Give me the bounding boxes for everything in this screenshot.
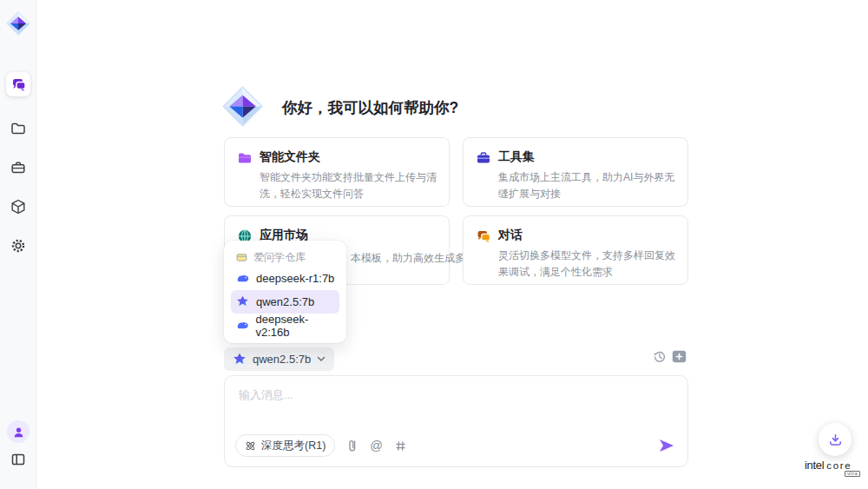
intel-wordmark: intel: [805, 459, 824, 472]
send-arrow-icon: [658, 439, 675, 453]
cube-icon: [10, 199, 26, 215]
card-toolset[interactable]: 工具集 集成市场上主流工具，助力AI与外界无缝扩展与对接: [463, 137, 688, 207]
ultra-badge: ultra: [845, 471, 860, 477]
prompt-library-button[interactable]: [394, 439, 407, 453]
sidebar-item-chat[interactable]: [6, 72, 30, 96]
briefcase-icon: [10, 160, 26, 175]
model-dropdown: 爱问学仓库 deepseek-r1:7b qwen2.5:7b d: [224, 241, 346, 343]
model-option-deepseek-v2[interactable]: deepseek-v2:16b: [231, 314, 339, 337]
gear-icon: [10, 238, 26, 254]
model-option-qwen[interactable]: qwen2.5:7b: [231, 290, 339, 314]
model-option-label: deepseek-v2:16b: [256, 313, 339, 339]
model-selector-value: qwen2.5:7b: [253, 353, 311, 366]
deepseek-whale-icon: [236, 272, 249, 285]
qwen-logo-icon: [236, 295, 249, 308]
card-description: 智能文件夹功能支持批量文件上传与清洗，轻松实现文件问答: [260, 169, 438, 202]
deep-think-label: 深度思考(R1): [261, 439, 326, 453]
card-smart-folder[interactable]: 智能文件夹 智能文件夹功能支持批量文件上传与清洗，轻松实现文件问答: [224, 137, 450, 207]
panel-collapse-icon: [10, 452, 26, 467]
card-dialogue[interactable]: 对话 灵活切换多模型文件，支持多样回复效果调试，满足个性化需求: [463, 215, 688, 285]
paperclip-icon: [346, 439, 358, 453]
model-selector-button[interactable]: qwen2.5:7b: [224, 347, 334, 371]
model-group-label: 爱问学仓库: [253, 250, 306, 265]
atom-icon: [245, 440, 256, 452]
chevron-down-icon: [317, 356, 326, 362]
dialogue-icon: [476, 228, 491, 244]
toolset-icon: [476, 150, 491, 166]
model-option-label: deepseek-r1:7b: [256, 272, 334, 285]
history-clock-icon: [653, 350, 667, 364]
message-input-container: 深度思考(R1) @: [224, 375, 688, 467]
mention-button[interactable]: @: [370, 439, 383, 453]
core-wordmark: core: [826, 460, 852, 471]
app-window: 你好，我可以如何帮助你? 智能文件夹 智能文件夹功能支持批量文件上传与清洗，轻松…: [0, 0, 868, 489]
model-option-label: qwen2.5:7b: [256, 295, 314, 308]
sidebar: [0, 0, 36, 489]
chat-icon: [10, 76, 26, 92]
app-logo-icon: [6, 11, 30, 36]
download-button[interactable]: [819, 423, 852, 456]
hero-logo-icon: [222, 86, 263, 127]
hash-grid-icon: [394, 439, 407, 453]
model-option-deepseek-r1[interactable]: deepseek-r1:7b: [231, 267, 339, 290]
card-description-fragment: 本模板，助力高效生成多: [351, 251, 465, 266]
intel-core-logo: intel core ultra: [805, 459, 862, 472]
sidebar-item-models[interactable]: [6, 195, 30, 219]
history-button[interactable]: [653, 350, 667, 367]
person-icon: [12, 426, 25, 439]
model-group-header: 爱问学仓库: [231, 248, 339, 267]
deep-think-toggle[interactable]: 深度思考(R1): [235, 434, 335, 457]
qwen-logo-icon: [233, 353, 247, 367]
card-description: 灵活切换多模型文件，支持多样回复效果调试，满足个性化需求: [498, 248, 677, 280]
download-icon: [828, 433, 843, 447]
deepseek-whale-icon: [236, 319, 249, 332]
message-input[interactable]: [239, 388, 655, 401]
sidebar-item-settings[interactable]: [6, 234, 30, 258]
sidebar-item-folders[interactable]: [6, 116, 30, 141]
card-description: 集成市场上主流工具，助力AI与外界无缝扩展与对接: [498, 169, 677, 202]
greeting-heading: 你好，我可以如何帮助你?: [282, 97, 458, 118]
folder-icon: [10, 121, 26, 136]
new-chat-plus-icon: [672, 350, 687, 363]
card-title: 智能文件夹: [260, 149, 320, 165]
smart-folder-icon: [237, 150, 253, 166]
card-title: 对话: [498, 228, 523, 243]
repository-icon: [236, 252, 247, 263]
new-chat-button[interactable]: [672, 350, 687, 367]
collapse-sidebar-button[interactable]: [6, 447, 30, 472]
card-title: 工具集: [498, 149, 535, 165]
attach-file-button[interactable]: [346, 439, 358, 453]
sidebar-item-toolbox[interactable]: [6, 155, 30, 180]
user-avatar[interactable]: [7, 420, 30, 443]
send-button[interactable]: [658, 439, 675, 453]
input-toolbar: 深度思考(R1) @: [235, 434, 675, 457]
